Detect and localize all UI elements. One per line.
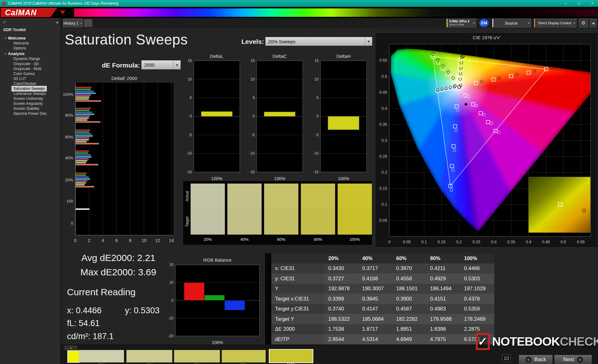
sidebar-item-screen-stability[interactable]: Screen Stability: [12, 106, 41, 111]
tab-history-1[interactable]: History 1 ×: [63, 19, 83, 27]
sidebar-collapse-icon[interactable]: ◀: [55, 21, 58, 24]
table-header-80%: 80%: [426, 253, 460, 264]
caret-icon: ▸: [5, 52, 7, 55]
table-row-label: Target y:CIE31: [271, 304, 325, 314]
de-formula-dropdown[interactable]: 2000 ▼: [141, 60, 181, 70]
svg-text:-10: -10: [313, 151, 319, 156]
sidebar-section-welcome[interactable]: ▸Welcome: [0, 35, 60, 41]
reading-count-badge: 234: [479, 19, 489, 27]
table-value: 0.3645: [358, 294, 392, 304]
svg-text:15: 15: [315, 58, 319, 63]
sidebar-item-spectral-power-dist-[interactable]: Spectral Power Dist.: [12, 111, 49, 116]
sidebar-item-grayscale-2pt[interactable]: Grayscale - 2pt: [12, 61, 40, 66]
panel-collapse-button[interactable]: ◀: [590, 19, 596, 27]
sidebar-item-screen-angularity[interactable]: Screen Angularity: [12, 101, 44, 106]
tab-stub[interactable]: [84, 19, 92, 27]
chevron-down-icon: ▾: [527, 21, 531, 25]
cie-chart-title: CIE 1976 u'v': [375, 33, 598, 42]
table-header-40%: 40%: [358, 253, 392, 264]
table-value: 0.4147: [358, 304, 392, 314]
minimize-button[interactable]: ─: [560, 0, 571, 7]
thumbnail-strip: ▲ « Back Next » 20%40%60%80%100%: [61, 345, 598, 364]
table-value: 0.3717: [358, 264, 392, 274]
table-value: 0.3900: [392, 294, 426, 304]
levels-value: 20% Sweeps: [268, 39, 296, 44]
svg-text:0.35: 0.35: [507, 240, 515, 244]
strip-swatch-80%[interactable]: [222, 350, 266, 362]
sidebar-item-options[interactable]: Options: [12, 46, 28, 51]
svg-text:100%: 100%: [212, 340, 223, 345]
table-value: 0.4567: [392, 304, 426, 314]
sidebar-item-colorchecker[interactable]: ColorChecker: [12, 81, 38, 86]
table-value: 0.4466: [460, 264, 494, 274]
meter-dropdown[interactable]: X-Rite i1Pro 2 Direct View ▾: [446, 19, 476, 27]
strip-swatch-100%[interactable]: [269, 349, 313, 363]
table-value: 182.2282: [392, 314, 426, 324]
sidebar-item-dynamic-range[interactable]: Dynamic Range: [12, 56, 41, 61]
table-indicator: [265, 314, 271, 324]
back-button[interactable]: « Back: [519, 355, 553, 364]
svg-text:-5: -5: [315, 133, 319, 137]
next-chevron-icon: »: [577, 357, 583, 363]
sidebar-item-saturation-sweeps[interactable]: Saturation Sweeps: [12, 86, 46, 91]
logo-dropdown-arrow-icon[interactable]: [60, 11, 65, 14]
table-value: 0.3740: [325, 304, 358, 314]
strip-swatch-20%[interactable]: [79, 350, 124, 362]
sidebar-item-grayscale-multi[interactable]: Grayscale - Multi: [12, 66, 43, 71]
table-header-100%: 100%: [460, 253, 494, 264]
target-swatch-20%: [191, 209, 225, 235]
display-control-dropdown[interactable]: Direct Display Control ▾: [534, 19, 577, 27]
sidebar-item-color-gamut[interactable]: Color Gamut: [12, 71, 36, 76]
svg-text:0.55: 0.55: [577, 240, 585, 244]
levels-dropdown[interactable]: 20% Sweeps ▼: [265, 37, 373, 46]
svg-text:-10: -10: [187, 151, 192, 156]
back-label: Back: [534, 357, 546, 363]
table-row-label: Target x:CIE31: [271, 294, 325, 304]
sidebar-item-luminance-sweeps[interactable]: Luminance Sweeps: [12, 91, 48, 96]
svg-text:0.4: 0.4: [526, 240, 531, 244]
calman-logo[interactable]: CalMAN: [1, 8, 57, 17]
svg-text:10: 10: [169, 280, 174, 285]
sidebar-item-welcome[interactable]: Welcome: [12, 41, 31, 46]
source-dropdown[interactable]: Source ▾: [492, 19, 531, 27]
table-header-60%: 60%: [392, 253, 426, 264]
svg-text:10: 10: [251, 77, 255, 82]
back-circle-icon[interactable]: ↺: [2, 20, 6, 24]
strip-swatch-60%[interactable]: [174, 350, 220, 362]
svg-text:0: 0: [253, 114, 255, 119]
sidebar-item-3d-lut[interactable]: 3D LUT: [12, 76, 28, 81]
current-patch-swatch[interactable]: [67, 350, 80, 363]
svg-text:0: 0: [316, 114, 319, 119]
gear-icon: ⚙: [581, 20, 586, 26]
swatch-row-label-actual: Actual: [185, 191, 189, 201]
svg-text:0.3: 0.3: [491, 240, 496, 244]
svg-text:0.2: 0.2: [456, 240, 462, 244]
table-value: 0.4929: [426, 273, 460, 284]
svg-text:-20: -20: [168, 334, 174, 338]
svg-text:0.35: 0.35: [379, 122, 387, 127]
svg-text:0.25: 0.25: [472, 240, 480, 244]
strip-collapse-button[interactable]: ▲: [65, 346, 77, 350]
display-window-button[interactable]: [502, 355, 511, 362]
sidebar-section-analysis[interactable]: ▸Analysis: [0, 51, 60, 56]
deltaL-svg: DeltaL151050-5-10-15100%: [180, 53, 244, 191]
settings-gear-button[interactable]: ⚙: [579, 19, 588, 27]
toolkit-label: SDR Toolkit: [0, 26, 60, 33]
tab-close-icon[interactable]: ×: [80, 21, 82, 25]
svg-text:0.45: 0.45: [379, 90, 387, 95]
maximize-button[interactable]: □: [573, 0, 585, 7]
svg-text:0.5: 0.5: [382, 74, 387, 79]
close-button[interactable]: ×: [587, 0, 598, 7]
next-button[interactable]: Next »: [554, 355, 592, 364]
rgb-balance-chart: RGB Balance20100-10-20100%: [159, 257, 262, 350]
svg-text:80%: 80%: [65, 113, 73, 118]
table-value: 2.8544: [325, 334, 358, 344]
table-value: 0.4151: [426, 294, 460, 304]
table-indicator: [265, 264, 271, 274]
strip-swatch-40%[interactable]: [126, 350, 172, 362]
table-value: 0.5303: [460, 273, 494, 284]
sidebar-item-screen-uniformity[interactable]: Screen Uniformity: [12, 96, 45, 101]
chevron-down-icon: ▾: [572, 21, 576, 25]
svg-text:5: 5: [253, 96, 255, 100]
page-title: Saturation Sweeps: [65, 31, 188, 48]
